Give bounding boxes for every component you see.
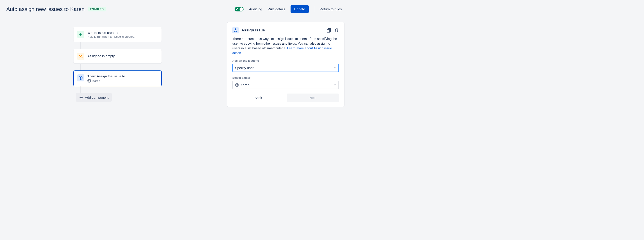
connector [80, 42, 81, 49]
trigger-node[interactable]: When: Issue created Rule is run when an … [73, 27, 162, 42]
panel-title: Assign issue [241, 28, 265, 32]
svg-rect-6 [327, 29, 330, 32]
plus-icon [79, 95, 83, 99]
svg-point-4 [235, 29, 236, 30]
panel-footer: Back Next [232, 94, 339, 102]
check-icon [236, 8, 238, 10]
config-panel: Assign issue There are numerous ways to … [227, 22, 344, 107]
panel-header-left: Assign issue [232, 27, 265, 33]
enabled-badge: ENABLED [88, 7, 106, 11]
select-user-select[interactable]: Karen [232, 81, 339, 89]
plus-icon [77, 31, 84, 38]
page-title: Auto assign new issues to Karen [6, 6, 84, 12]
rule-details-link[interactable]: Rule details [268, 7, 285, 11]
action-node[interactable]: Then: Assign the issue to Karen [73, 70, 162, 86]
connector [80, 86, 81, 93]
node-body: Assignee is empty [88, 53, 158, 58]
select-user-value-wrap: Karen [235, 83, 250, 87]
avatar-icon [235, 83, 239, 87]
assign-to-field: Assign the issue to Specify user [232, 59, 339, 72]
toggle-knob [240, 7, 243, 11]
node-body: Then: Assign the issue to Karen [88, 74, 158, 83]
condition-node[interactable]: Assignee is empty [73, 49, 162, 64]
svg-point-2 [89, 80, 90, 81]
rule-enabled-toggle[interactable] [234, 7, 244, 11]
assign-to-select[interactable]: Specify user [232, 64, 339, 72]
return-to-rules-link[interactable]: Return to rules [320, 7, 342, 11]
select-user-field: Select a user Karen [232, 76, 339, 89]
header-right: Audit log Rule details Update Return to … [234, 5, 342, 13]
panel-header: Assign issue [232, 27, 339, 33]
svg-point-1 [80, 77, 81, 78]
header-bar: Auto assign new issues to Karen ENABLED … [0, 0, 348, 18]
update-button[interactable]: Update [290, 5, 308, 13]
next-button: Next [287, 94, 339, 102]
trash-icon[interactable] [334, 28, 339, 32]
add-component-button[interactable]: Add component [76, 93, 112, 102]
panel-description: There are numerous ways to assign issues… [232, 37, 339, 55]
trigger-title: When: Issue created [88, 31, 158, 34]
panel-header-actions [327, 28, 339, 32]
assign-to-label: Assign the issue to [232, 59, 339, 62]
avatar-icon [88, 79, 91, 83]
svg-point-7 [236, 84, 237, 85]
node-body: When: Issue created Rule is run when an … [88, 31, 158, 38]
audit-log-link[interactable]: Audit log [249, 7, 262, 11]
action-user-name: Karen [92, 79, 100, 83]
add-component-label: Add component [85, 96, 108, 99]
chevron-down-icon [333, 83, 336, 87]
header-left: Auto assign new issues to Karen ENABLED [6, 6, 106, 12]
action-title: Then: Assign the issue to [88, 74, 158, 78]
person-icon [232, 27, 239, 33]
assign-to-value: Specify user [235, 66, 254, 70]
select-user-value: Karen [240, 83, 250, 87]
trigger-subtitle: Rule is run when an issue is created. [88, 35, 158, 38]
rule-flow: When: Issue created Rule is run when an … [73, 27, 162, 102]
connector [80, 64, 81, 70]
shuffle-icon [77, 53, 84, 60]
person-icon [77, 74, 84, 81]
action-user: Karen [88, 79, 158, 83]
select-user-label: Select a user [232, 76, 339, 79]
copy-icon[interactable] [327, 28, 331, 32]
condition-title: Assignee is empty [88, 53, 158, 58]
chevron-down-icon [333, 66, 336, 70]
back-button[interactable]: Back [232, 94, 284, 102]
